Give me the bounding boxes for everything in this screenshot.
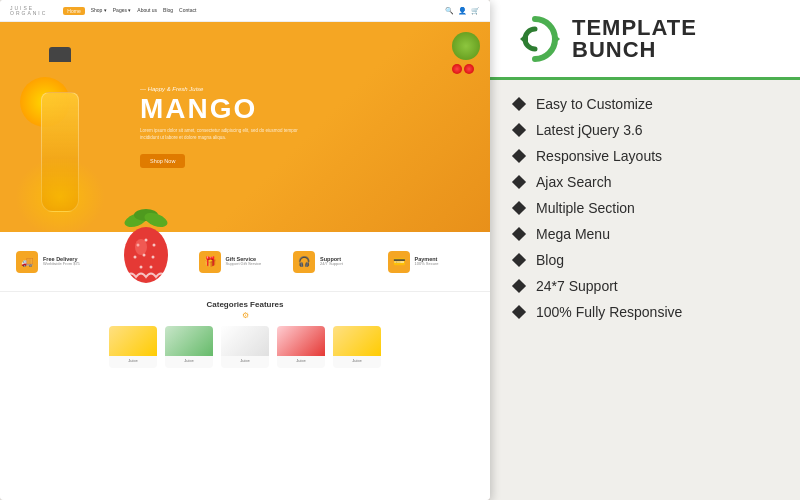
delivery-sub: Worldwide From $75 bbox=[43, 262, 80, 267]
features-strip: 🚚 Free Delivery Worldwide From $75 bbox=[0, 232, 490, 292]
feature-label-8: 100% Fully Responsive bbox=[536, 304, 682, 320]
hero-text: — Happy & Fresh Juise MANGO Lorem ipsum … bbox=[20, 86, 470, 168]
svg-point-10 bbox=[139, 266, 142, 269]
nav-link-shop: Shop ▾ bbox=[91, 7, 107, 15]
bottle-cap bbox=[49, 47, 71, 62]
mockup-container: JUISE ORGANIC Home Shop ▾ Pages ▾ About … bbox=[0, 0, 490, 500]
logo-sub: ORGANIC bbox=[10, 11, 47, 16]
features-list: Easy to Customize Latest jQuery 3.6 Resp… bbox=[490, 80, 800, 500]
user-icon: 👤 bbox=[458, 7, 467, 15]
feature-row-0: Easy to Customize bbox=[514, 96, 776, 112]
kiwi-decoration bbox=[452, 32, 480, 60]
feature-payment: 💳 Payment 100% Secure bbox=[388, 240, 475, 283]
hero-title: MANGO bbox=[140, 95, 470, 123]
nav-link-blog: Blog bbox=[163, 7, 173, 15]
svg-point-7 bbox=[133, 256, 136, 259]
bullet-0 bbox=[512, 97, 526, 111]
hero-subtitle: — Happy & Fresh Juise bbox=[140, 86, 470, 92]
bullet-8 bbox=[512, 305, 526, 319]
cat-label-2: Juice bbox=[182, 356, 195, 365]
svg-point-9 bbox=[151, 256, 154, 259]
feature-row-4: Multiple Section bbox=[514, 200, 776, 216]
strawberry-area bbox=[111, 240, 191, 283]
feature-row-2: Responsive Layouts bbox=[514, 148, 776, 164]
feature-row-1: Latest jQuery 3.6 bbox=[514, 122, 776, 138]
cart-icon: 🛒 bbox=[471, 7, 480, 15]
mock-logo: JUISE ORGANIC bbox=[10, 6, 47, 16]
cat-item-5: Juice bbox=[333, 326, 381, 368]
bullet-2 bbox=[512, 149, 526, 163]
brand-header: TEMPLATE BUNCH bbox=[490, 0, 800, 80]
payment-icon: 💳 bbox=[388, 251, 410, 273]
bullet-5 bbox=[512, 227, 526, 241]
support-icon: 🎧 bbox=[293, 251, 315, 273]
feature-label-0: Easy to Customize bbox=[536, 96, 653, 112]
cherry-1 bbox=[452, 64, 462, 74]
feature-row-7: 24*7 Support bbox=[514, 278, 776, 294]
bullet-4 bbox=[512, 201, 526, 215]
feature-label-2: Responsive Layouts bbox=[536, 148, 662, 164]
svg-point-3 bbox=[124, 227, 168, 283]
delivery-icon: 🚚 bbox=[16, 251, 38, 273]
strawberry-img bbox=[111, 205, 181, 275]
feature-label-5: Mega Menu bbox=[536, 226, 610, 242]
cat-label-4: Juice bbox=[294, 356, 307, 365]
brand-name: TEMPLATE BUNCH bbox=[572, 17, 780, 61]
categories-section: Categories Features ⚙ Juice Juice Juice bbox=[0, 292, 490, 372]
feature-row-3: Ajax Search bbox=[514, 174, 776, 190]
nav-link-contact: Contact bbox=[179, 7, 196, 15]
payment-sub: 100% Secure bbox=[415, 262, 439, 267]
svg-point-12 bbox=[135, 239, 147, 255]
gift-sub: Support Gift Service bbox=[226, 262, 262, 267]
cat-label-1: Juice bbox=[126, 356, 139, 365]
brand-logo-icon bbox=[510, 14, 560, 64]
cat-label-5: Juice bbox=[350, 356, 363, 365]
nav-links: Home Shop ▾ Pages ▾ About us Blog Contac… bbox=[63, 7, 196, 15]
support-sub: 24/7 Support bbox=[320, 262, 343, 267]
feature-support: 🎧 Support 24/7 Support bbox=[293, 240, 380, 283]
feature-label-4: Multiple Section bbox=[536, 200, 635, 216]
bullet-1 bbox=[512, 123, 526, 137]
nav-link-home: Home bbox=[63, 7, 84, 15]
cat-label-3: Juice bbox=[238, 356, 251, 365]
nav-link-about: About us bbox=[137, 7, 157, 15]
cat-item-4: Juice bbox=[277, 326, 325, 368]
cat-img-4 bbox=[277, 326, 325, 356]
feature-label-7: 24*7 Support bbox=[536, 278, 618, 294]
svg-point-6 bbox=[152, 244, 155, 247]
svg-point-11 bbox=[149, 266, 152, 269]
info-panel: TEMPLATE BUNCH Easy to Customize Latest … bbox=[490, 0, 800, 500]
cat-img-2 bbox=[165, 326, 213, 356]
nav-link-pages: Pages ▾ bbox=[113, 7, 132, 15]
feature-gift: 🎁 Gift Service Support Gift Service bbox=[199, 240, 286, 283]
feature-row-6: Blog bbox=[514, 252, 776, 268]
categories-title: Categories Features bbox=[16, 300, 474, 309]
feature-row-5: Mega Menu bbox=[514, 226, 776, 242]
cherry-2 bbox=[464, 64, 474, 74]
website-preview: JUISE ORGANIC Home Shop ▾ Pages ▾ About … bbox=[0, 0, 490, 500]
shop-now-button[interactable]: Shop Now bbox=[140, 154, 185, 168]
search-icon: 🔍 bbox=[445, 7, 454, 15]
feature-label-1: Latest jQuery 3.6 bbox=[536, 122, 643, 138]
bullet-7 bbox=[512, 279, 526, 293]
feature-label-6: Blog bbox=[536, 252, 564, 268]
cat-img-3 bbox=[221, 326, 269, 356]
nav-icons: 🔍 👤 🛒 bbox=[445, 7, 480, 15]
mock-navbar: JUISE ORGANIC Home Shop ▾ Pages ▾ About … bbox=[0, 0, 490, 22]
bullet-6 bbox=[512, 253, 526, 267]
hero-fruit-decoration bbox=[452, 32, 480, 74]
categories-list: Juice Juice Juice Juice Juice bbox=[16, 326, 474, 368]
cat-item-2: Juice bbox=[165, 326, 213, 368]
hero-section: — Happy & Fresh Juise MANGO Lorem ipsum … bbox=[0, 22, 490, 232]
cat-img-5 bbox=[333, 326, 381, 356]
categories-divider: ⚙ bbox=[16, 311, 474, 320]
feature-row-8: 100% Fully Responsive bbox=[514, 304, 776, 320]
cat-img-1 bbox=[109, 326, 157, 356]
cat-item-3: Juice bbox=[221, 326, 269, 368]
gift-icon: 🎁 bbox=[199, 251, 221, 273]
feature-delivery: 🚚 Free Delivery Worldwide From $75 bbox=[16, 240, 103, 283]
cat-item-1: Juice bbox=[109, 326, 157, 368]
splash-effect bbox=[15, 157, 105, 232]
hero-description: Lorem ipsum dolor sit amet, consectetur … bbox=[140, 127, 300, 141]
cherry-decoration bbox=[452, 64, 480, 74]
